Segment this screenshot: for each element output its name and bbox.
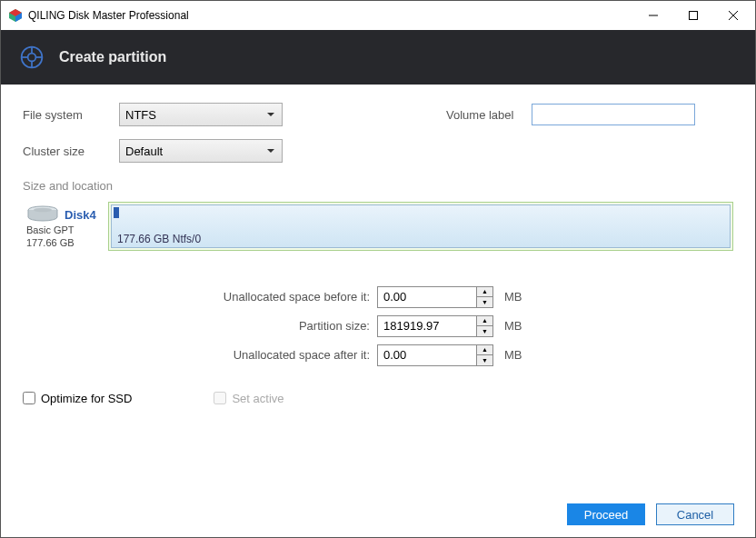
partition-bar-label: 177.66 GB Ntfs/0 [117,233,724,245]
disk-layout: Disk4 Basic GPT 177.66 GB 177.66 GB Ntfs… [23,202,733,254]
unit-label: MB [504,290,522,304]
spin-up-icon[interactable]: ▲ [477,287,492,298]
hard-disk-icon [26,205,59,224]
cancel-button[interactable]: Cancel [656,503,734,525]
spin-down-icon[interactable]: ▼ [477,326,492,336]
proceed-button[interactable]: Proceed [567,503,645,525]
spin-up-icon[interactable]: ▲ [477,316,492,327]
maximize-button[interactable] [673,2,713,29]
size-location-label: Size and location [23,179,733,193]
optimize-ssd-checkbox[interactable]: Optimize for SSD [23,392,132,405]
unalloc-before-label: Unallocated space before it: [23,290,377,304]
unalloc-after-label: Unallocated space after it: [23,348,377,362]
close-button[interactable] [713,2,753,29]
page-header: Create partition [1,30,755,85]
partition-bar[interactable]: 177.66 GB Ntfs/0 [111,204,731,248]
spin-up-icon[interactable]: ▲ [477,345,492,356]
set-active-input [214,392,226,404]
titlebar: QILING Disk Master Professional [1,1,755,30]
cluster-size-label: Cluster size [23,144,119,158]
content-area: File system NTFS Volume label Cluster si… [1,85,755,423]
window-title: QILING Disk Master Professional [28,9,633,22]
volume-label-input[interactable] [532,104,695,125]
partition-size-label: Partition size: [23,319,377,333]
set-active-checkbox: Set active [214,392,284,405]
disk-type: Basic GPT [26,224,104,236]
volume-label-label: Volume label [446,108,532,122]
unit-label: MB [504,319,522,333]
app-icon [8,8,23,23]
disk-size: 177.66 GB [26,236,104,249]
partition-size-field[interactable] [378,316,476,336]
disk-bar-container[interactable]: 177.66 GB Ntfs/0 [108,202,733,251]
partition-bar-handle[interactable] [114,207,119,218]
optimize-ssd-label: Optimize for SSD [41,392,132,405]
partition-size-input[interactable]: ▲▼ [377,315,493,337]
unalloc-after-input[interactable]: ▲▼ [377,344,493,366]
file-system-label: File system [23,108,119,122]
svg-rect-4 [690,12,698,20]
cluster-size-select[interactable]: Default [119,139,283,163]
partition-icon [19,45,45,70]
spin-down-icon[interactable]: ▼ [477,355,492,365]
disk-name: Disk4 [65,208,96,222]
file-system-value: NTFS [125,108,156,122]
size-fields: Unallocated space before it: ▲▼ MB Parti… [23,286,733,366]
unit-label: MB [504,348,522,362]
set-active-label: Set active [232,392,284,405]
cluster-size-value: Default [125,144,163,158]
page-title: Create partition [59,49,166,65]
footer: Proceed Cancel [0,491,756,538]
svg-point-14 [34,208,52,213]
optimize-ssd-input[interactable] [23,392,35,404]
svg-point-8 [28,54,36,62]
minimize-button[interactable] [633,2,673,29]
disk-info: Disk4 Basic GPT 177.66 GB [23,202,108,254]
spin-down-icon[interactable]: ▼ [477,297,492,307]
unalloc-before-field[interactable] [378,287,476,307]
unalloc-before-input[interactable]: ▲▼ [377,286,493,308]
unalloc-after-field[interactable] [378,345,476,365]
file-system-select[interactable]: NTFS [119,103,283,126]
